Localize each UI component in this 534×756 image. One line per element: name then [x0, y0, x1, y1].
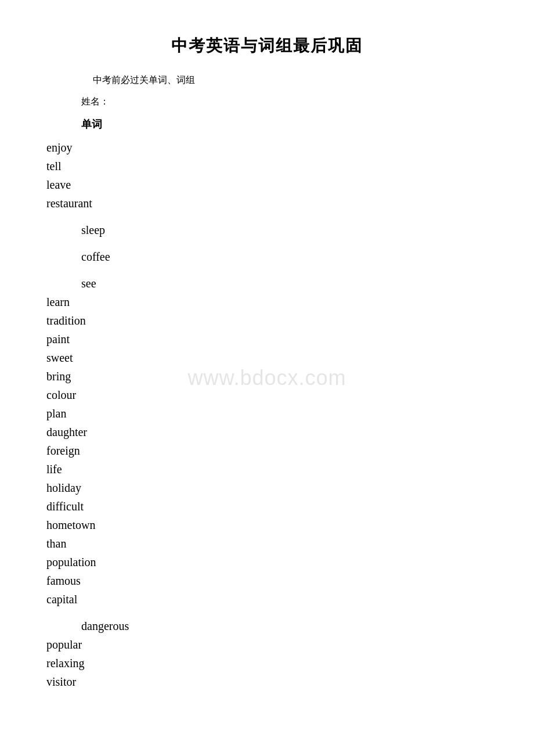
word-item: coffee [81, 247, 488, 266]
page: www.bdocx.com 中考英语与词组最后巩固 中考前必过关单词、词组 姓名… [0, 0, 534, 756]
word-item: restaurant [46, 194, 488, 213]
word-item: sleep [81, 221, 488, 239]
word-item: population [46, 553, 488, 571]
word-list: enjoytellleaverestaurantsleepcoffeeseele… [46, 138, 488, 691]
word-item: paint [46, 330, 488, 348]
section-header: 单词 [81, 117, 488, 131]
page-title: 中考英语与词组最后巩固 [46, 35, 488, 57]
word-item: life [46, 460, 488, 478]
word-spacer [46, 239, 488, 247]
word-item: tell [46, 157, 488, 175]
word-item: foreign [46, 441, 488, 460]
word-item: dangerous [81, 617, 488, 635]
word-spacer [46, 266, 488, 274]
word-item: bring [46, 367, 488, 386]
word-item: relaxing [46, 654, 488, 672]
name-label: 姓名： [81, 96, 488, 108]
word-item: than [46, 534, 488, 553]
word-item: enjoy [46, 138, 488, 157]
word-item: tradition [46, 311, 488, 330]
word-item: popular [46, 635, 488, 654]
word-item: see [81, 274, 488, 293]
word-spacer [46, 213, 488, 221]
word-item: famous [46, 571, 488, 590]
word-item: learn [46, 293, 488, 311]
word-item: holiday [46, 478, 488, 497]
word-item: colour [46, 386, 488, 404]
subtitle: 中考前必过关单词、词组 [93, 74, 488, 87]
word-spacer [46, 609, 488, 617]
word-item: daughter [46, 423, 488, 441]
word-item: plan [46, 404, 488, 423]
word-item: hometown [46, 516, 488, 534]
word-item: capital [46, 590, 488, 609]
word-item: visitor [46, 672, 488, 691]
word-item: sweet [46, 348, 488, 367]
word-item: difficult [46, 497, 488, 516]
word-item: leave [46, 175, 488, 194]
